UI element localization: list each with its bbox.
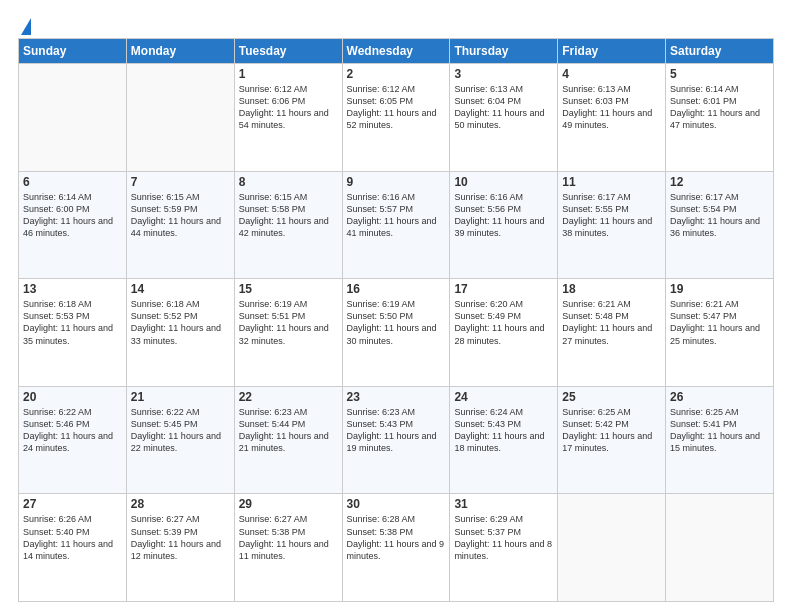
calendar-cell: 15Sunrise: 6:19 AM Sunset: 5:51 PM Dayli… (234, 279, 342, 387)
cell-sunrise-sunset-text: Sunrise: 6:17 AM Sunset: 5:55 PM Dayligh… (562, 191, 661, 240)
day-number: 27 (23, 497, 122, 511)
calendar-cell: 13Sunrise: 6:18 AM Sunset: 5:53 PM Dayli… (19, 279, 127, 387)
cell-sunrise-sunset-text: Sunrise: 6:23 AM Sunset: 5:44 PM Dayligh… (239, 406, 338, 455)
day-number: 8 (239, 175, 338, 189)
calendar-body: 1Sunrise: 6:12 AM Sunset: 6:06 PM Daylig… (19, 64, 774, 602)
calendar-cell: 28Sunrise: 6:27 AM Sunset: 5:39 PM Dayli… (126, 494, 234, 602)
calendar-cell: 29Sunrise: 6:27 AM Sunset: 5:38 PM Dayli… (234, 494, 342, 602)
day-number: 23 (347, 390, 446, 404)
calendar-cell: 19Sunrise: 6:21 AM Sunset: 5:47 PM Dayli… (666, 279, 774, 387)
calendar-cell: 16Sunrise: 6:19 AM Sunset: 5:50 PM Dayli… (342, 279, 450, 387)
calendar-cell (558, 494, 666, 602)
cell-sunrise-sunset-text: Sunrise: 6:27 AM Sunset: 5:38 PM Dayligh… (239, 513, 338, 562)
cell-sunrise-sunset-text: Sunrise: 6:27 AM Sunset: 5:39 PM Dayligh… (131, 513, 230, 562)
calendar-cell: 14Sunrise: 6:18 AM Sunset: 5:52 PM Dayli… (126, 279, 234, 387)
calendar-cell: 7Sunrise: 6:15 AM Sunset: 5:59 PM Daylig… (126, 171, 234, 279)
weekday-header-wednesday: Wednesday (342, 39, 450, 64)
day-number: 24 (454, 390, 553, 404)
cell-sunrise-sunset-text: Sunrise: 6:14 AM Sunset: 6:01 PM Dayligh… (670, 83, 769, 132)
cell-sunrise-sunset-text: Sunrise: 6:19 AM Sunset: 5:51 PM Dayligh… (239, 298, 338, 347)
cell-sunrise-sunset-text: Sunrise: 6:19 AM Sunset: 5:50 PM Dayligh… (347, 298, 446, 347)
calendar-cell (126, 64, 234, 172)
cell-sunrise-sunset-text: Sunrise: 6:14 AM Sunset: 6:00 PM Dayligh… (23, 191, 122, 240)
day-number: 17 (454, 282, 553, 296)
calendar-cell: 30Sunrise: 6:28 AM Sunset: 5:38 PM Dayli… (342, 494, 450, 602)
day-number: 12 (670, 175, 769, 189)
calendar-week-3: 13Sunrise: 6:18 AM Sunset: 5:53 PM Dayli… (19, 279, 774, 387)
day-number: 20 (23, 390, 122, 404)
cell-sunrise-sunset-text: Sunrise: 6:26 AM Sunset: 5:40 PM Dayligh… (23, 513, 122, 562)
day-number: 16 (347, 282, 446, 296)
cell-sunrise-sunset-text: Sunrise: 6:21 AM Sunset: 5:48 PM Dayligh… (562, 298, 661, 347)
logo (18, 18, 31, 28)
weekday-header-friday: Friday (558, 39, 666, 64)
calendar-cell: 23Sunrise: 6:23 AM Sunset: 5:43 PM Dayli… (342, 386, 450, 494)
day-number: 4 (562, 67, 661, 81)
weekday-header-monday: Monday (126, 39, 234, 64)
cell-sunrise-sunset-text: Sunrise: 6:18 AM Sunset: 5:52 PM Dayligh… (131, 298, 230, 347)
day-number: 3 (454, 67, 553, 81)
calendar-cell: 20Sunrise: 6:22 AM Sunset: 5:46 PM Dayli… (19, 386, 127, 494)
calendar-cell: 12Sunrise: 6:17 AM Sunset: 5:54 PM Dayli… (666, 171, 774, 279)
cell-sunrise-sunset-text: Sunrise: 6:28 AM Sunset: 5:38 PM Dayligh… (347, 513, 446, 562)
calendar-cell: 1Sunrise: 6:12 AM Sunset: 6:06 PM Daylig… (234, 64, 342, 172)
calendar-cell: 25Sunrise: 6:25 AM Sunset: 5:42 PM Dayli… (558, 386, 666, 494)
calendar-week-5: 27Sunrise: 6:26 AM Sunset: 5:40 PM Dayli… (19, 494, 774, 602)
calendar-header-row: SundayMondayTuesdayWednesdayThursdayFrid… (19, 39, 774, 64)
day-number: 22 (239, 390, 338, 404)
cell-sunrise-sunset-text: Sunrise: 6:20 AM Sunset: 5:49 PM Dayligh… (454, 298, 553, 347)
logo-triangle-icon (21, 18, 31, 35)
calendar-week-2: 6Sunrise: 6:14 AM Sunset: 6:00 PM Daylig… (19, 171, 774, 279)
weekday-header-thursday: Thursday (450, 39, 558, 64)
day-number: 21 (131, 390, 230, 404)
header (18, 18, 774, 28)
calendar-table: SundayMondayTuesdayWednesdayThursdayFrid… (18, 38, 774, 602)
cell-sunrise-sunset-text: Sunrise: 6:18 AM Sunset: 5:53 PM Dayligh… (23, 298, 122, 347)
calendar-cell: 8Sunrise: 6:15 AM Sunset: 5:58 PM Daylig… (234, 171, 342, 279)
cell-sunrise-sunset-text: Sunrise: 6:13 AM Sunset: 6:04 PM Dayligh… (454, 83, 553, 132)
cell-sunrise-sunset-text: Sunrise: 6:12 AM Sunset: 6:05 PM Dayligh… (347, 83, 446, 132)
cell-sunrise-sunset-text: Sunrise: 6:23 AM Sunset: 5:43 PM Dayligh… (347, 406, 446, 455)
calendar-week-1: 1Sunrise: 6:12 AM Sunset: 6:06 PM Daylig… (19, 64, 774, 172)
calendar-cell: 9Sunrise: 6:16 AM Sunset: 5:57 PM Daylig… (342, 171, 450, 279)
day-number: 13 (23, 282, 122, 296)
calendar-cell: 31Sunrise: 6:29 AM Sunset: 5:37 PM Dayli… (450, 494, 558, 602)
cell-sunrise-sunset-text: Sunrise: 6:17 AM Sunset: 5:54 PM Dayligh… (670, 191, 769, 240)
cell-sunrise-sunset-text: Sunrise: 6:29 AM Sunset: 5:37 PM Dayligh… (454, 513, 553, 562)
calendar-cell: 3Sunrise: 6:13 AM Sunset: 6:04 PM Daylig… (450, 64, 558, 172)
day-number: 30 (347, 497, 446, 511)
day-number: 25 (562, 390, 661, 404)
calendar-cell (19, 64, 127, 172)
day-number: 14 (131, 282, 230, 296)
cell-sunrise-sunset-text: Sunrise: 6:25 AM Sunset: 5:42 PM Dayligh… (562, 406, 661, 455)
weekday-header-sunday: Sunday (19, 39, 127, 64)
cell-sunrise-sunset-text: Sunrise: 6:12 AM Sunset: 6:06 PM Dayligh… (239, 83, 338, 132)
calendar-cell: 22Sunrise: 6:23 AM Sunset: 5:44 PM Dayli… (234, 386, 342, 494)
calendar-cell: 18Sunrise: 6:21 AM Sunset: 5:48 PM Dayli… (558, 279, 666, 387)
cell-sunrise-sunset-text: Sunrise: 6:13 AM Sunset: 6:03 PM Dayligh… (562, 83, 661, 132)
day-number: 2 (347, 67, 446, 81)
day-number: 9 (347, 175, 446, 189)
day-number: 18 (562, 282, 661, 296)
day-number: 5 (670, 67, 769, 81)
day-number: 28 (131, 497, 230, 511)
calendar-cell: 10Sunrise: 6:16 AM Sunset: 5:56 PM Dayli… (450, 171, 558, 279)
cell-sunrise-sunset-text: Sunrise: 6:22 AM Sunset: 5:45 PM Dayligh… (131, 406, 230, 455)
day-number: 19 (670, 282, 769, 296)
page: SundayMondayTuesdayWednesdayThursdayFrid… (0, 0, 792, 612)
cell-sunrise-sunset-text: Sunrise: 6:24 AM Sunset: 5:43 PM Dayligh… (454, 406, 553, 455)
cell-sunrise-sunset-text: Sunrise: 6:15 AM Sunset: 5:58 PM Dayligh… (239, 191, 338, 240)
calendar-cell: 2Sunrise: 6:12 AM Sunset: 6:05 PM Daylig… (342, 64, 450, 172)
calendar-cell: 24Sunrise: 6:24 AM Sunset: 5:43 PM Dayli… (450, 386, 558, 494)
weekday-header-saturday: Saturday (666, 39, 774, 64)
day-number: 6 (23, 175, 122, 189)
day-number: 10 (454, 175, 553, 189)
calendar-cell: 11Sunrise: 6:17 AM Sunset: 5:55 PM Dayli… (558, 171, 666, 279)
cell-sunrise-sunset-text: Sunrise: 6:16 AM Sunset: 5:57 PM Dayligh… (347, 191, 446, 240)
weekday-header-tuesday: Tuesday (234, 39, 342, 64)
day-number: 11 (562, 175, 661, 189)
day-number: 7 (131, 175, 230, 189)
day-number: 29 (239, 497, 338, 511)
calendar-cell: 5Sunrise: 6:14 AM Sunset: 6:01 PM Daylig… (666, 64, 774, 172)
cell-sunrise-sunset-text: Sunrise: 6:22 AM Sunset: 5:46 PM Dayligh… (23, 406, 122, 455)
